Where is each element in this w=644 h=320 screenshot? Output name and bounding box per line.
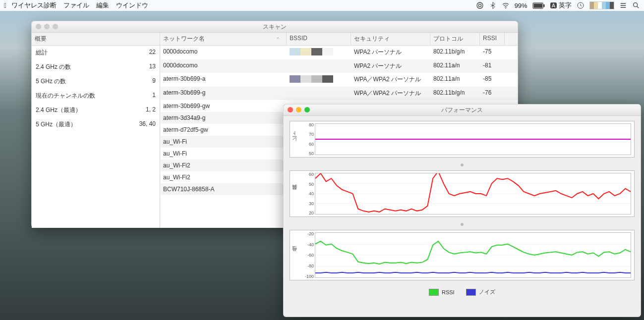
magnifier-glyph: [632, 1, 640, 9]
bluetooth-glyph: [489, 1, 497, 9]
cell-network-name: au_Wi-Fi2: [160, 171, 287, 183]
cell-security: WPA2 パーソナル: [351, 59, 430, 73]
quality-chart: 品質 6050403020: [290, 170, 635, 217]
minimize-button[interactable]: [296, 107, 301, 112]
battery-icon[interactable]: [532, 2, 545, 9]
summary-value: 13: [149, 63, 156, 71]
cell-rssi: -75: [480, 46, 505, 59]
menu-file[interactable]: ファイル: [63, 1, 89, 10]
summary-row: 現在のチャンネルの数1: [32, 89, 160, 103]
app-name[interactable]: ワイヤレス診断: [11, 1, 57, 10]
quality-chart-plot: [315, 173, 631, 214]
rate-chart-ylabel: レート: [291, 134, 298, 145]
cell-network-name: 0000docomo: [160, 59, 287, 73]
summary-label: 総計: [36, 49, 48, 57]
column-security[interactable]: セキュリティ: [351, 33, 430, 45]
column-bssid[interactable]: BSSID: [287, 33, 351, 45]
creative-cloud-icon[interactable]: [476, 1, 484, 9]
legend-rssi: RSSI: [429, 289, 455, 296]
ime-label: 英字: [559, 1, 572, 10]
summary-value: 1: [152, 92, 156, 100]
cell-bssid: [287, 87, 351, 100]
cell-network-name: aterm-30b699-g: [160, 87, 287, 100]
rate-chart: レート 80706050: [290, 121, 635, 158]
cell-network-name: aterm-d72df5-gw: [160, 124, 287, 136]
signal-chart: 信号 -20-40-60-80-100: [290, 230, 635, 280]
summary-row: 5 GHz（最適）36, 40: [32, 117, 160, 132]
summary-row: 2.4 GHz（最適）1, 2: [32, 103, 160, 117]
summary-row: 2.4 GHz の数13: [32, 60, 160, 74]
ime-badge: A: [550, 2, 557, 8]
summary-value: 1, 2: [146, 106, 156, 114]
svg-rect-4: [543, 4, 544, 7]
zoom-button[interactable]: [304, 107, 310, 112]
column-rssi[interactable]: RSSI: [480, 33, 505, 45]
scan-window-traffic-lights: [36, 24, 58, 29]
summary-label: 2.4 GHz（最適）: [36, 106, 81, 114]
cell-network-name: aterm-30b699-a: [160, 73, 287, 87]
quality-chart-ticks: 6050403020: [300, 171, 314, 216]
performance-window-title: パフォーマンス: [441, 106, 483, 114]
cell-network-name: au_Wi-Fi: [160, 148, 287, 160]
cell-network-name: au_Wi-Fi: [160, 136, 287, 148]
apple-menu-icon[interactable]: : [4, 1, 6, 9]
summary-label: 5 GHz の数: [36, 77, 66, 86]
performance-window[interactable]: パフォーマンス レート 80706050 品質 6050403020 信号 -2…: [283, 104, 641, 317]
cell-network-name: aterm-30b699-gw: [160, 100, 287, 112]
cell-network-name: 0000docomo: [160, 46, 287, 59]
menu-window[interactable]: ウインドウ: [116, 1, 148, 10]
cell-security: WPA／WPA2 パーソナル: [351, 73, 430, 87]
signal-chart-legend: RSSI ノイズ: [290, 286, 635, 299]
chart-resize-handle[interactable]: [461, 223, 464, 226]
cell-bssid: [287, 59, 351, 73]
svg-point-1: [478, 4, 481, 6]
performance-window-traffic-lights: [288, 107, 310, 112]
summary-label: 5 GHz（最適）: [36, 120, 76, 129]
cell-protocol: 802.11b/g/n: [430, 46, 480, 59]
performance-window-titlebar[interactable]: パフォーマンス: [284, 105, 641, 116]
rate-chart-ticks: 80706050: [300, 121, 314, 157]
cell-security: WPA2 パーソナル: [351, 46, 430, 59]
summary-value: 22: [149, 49, 156, 57]
performance-body: レート 80706050 品質 6050403020 信号 -20-40-60-…: [284, 116, 641, 302]
summary-value: 36, 40: [139, 120, 156, 129]
list-glyph: [619, 1, 627, 9]
signal-chart-ticks: -20-40-60-80-100: [300, 230, 314, 280]
cell-protocol: 802.11a/n: [430, 59, 480, 73]
menu-edit[interactable]: 編集: [96, 1, 109, 10]
sort-ascending-icon: ⌃: [276, 37, 280, 42]
zoom-button[interactable]: [53, 24, 58, 29]
cell-bssid: [287, 46, 351, 59]
cell-security: WPA／WPA2 パーソナル: [351, 87, 430, 100]
network-row[interactable]: 0000docomoWPA2 パーソナル802.11b/g/n-75: [160, 46, 518, 59]
minimize-button[interactable]: [44, 24, 50, 29]
network-row[interactable]: 0000docomoWPA2 パーソナル802.11a/n-81: [160, 59, 518, 73]
cell-protocol: 802.11b/g/n: [430, 87, 480, 100]
ime-indicator[interactable]: A 英字: [550, 1, 572, 10]
summary-pane: 概要 総計222.4 GHz の数135 GHz の数9現在のチャンネルの数12…: [32, 33, 160, 228]
scan-window-titlebar[interactable]: スキャン: [32, 21, 518, 33]
chart-resize-handle[interactable]: [461, 163, 464, 166]
network-row[interactable]: aterm-30b699-aWPA／WPA2 パーソナル802.11a/n-85: [160, 73, 518, 87]
svg-rect-5: [533, 3, 542, 7]
bssid-redacted: [290, 75, 333, 83]
close-button[interactable]: [288, 107, 293, 112]
network-table-header: ネットワーク名 ⌃ BSSID セキュリティ プロトコル RSSI: [160, 33, 518, 46]
summary-header: 概要: [32, 33, 160, 46]
column-protocol[interactable]: プロトコル: [430, 33, 480, 45]
scan-window-title: スキャン: [263, 23, 287, 31]
bssid-redacted: [290, 48, 333, 55]
close-button[interactable]: [36, 24, 41, 29]
battery-glyph: [532, 2, 545, 9]
notification-center-icon[interactable]: [619, 1, 627, 9]
wifi-glyph: [502, 1, 510, 9]
network-row[interactable]: aterm-30b699-gWPA／WPA2 パーソナル802.11b/g/n-…: [160, 87, 518, 100]
wifi-icon[interactable]: [502, 1, 510, 9]
cell-rssi: -76: [480, 87, 505, 100]
bluetooth-icon[interactable]: [489, 1, 497, 9]
spotlight-icon[interactable]: [632, 1, 640, 9]
macos-menubar:  ワイヤレス診断 ファイル 編集 ウインドウ 99% A 英字: [0, 0, 644, 11]
menubar-color-swatch[interactable]: [589, 1, 614, 9]
column-network-name[interactable]: ネットワーク名 ⌃: [160, 33, 287, 45]
clock-icon[interactable]: [577, 1, 585, 9]
